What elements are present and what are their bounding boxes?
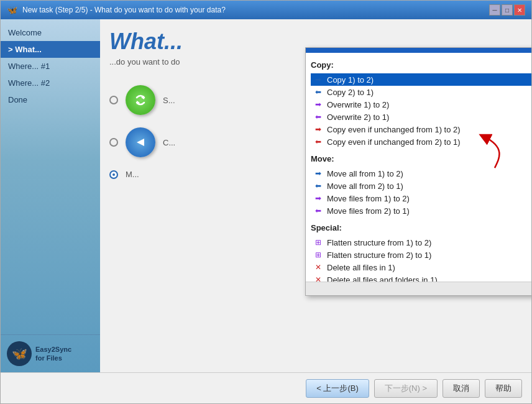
logo-text: Easy2Sync for Files <box>35 345 71 363</box>
dropdown-item-overwrite-1-2[interactable]: ➡ Overwrite 1) to 2) <box>311 98 531 111</box>
dropdown-item-flatten-1-2[interactable]: ⊞ Flatten structure from 1) to 2) <box>311 236 531 249</box>
move-files-right-icon: ➡ <box>313 193 323 203</box>
move-files-left-icon: ⬅ <box>313 206 323 216</box>
dropdown-list[interactable]: Copy: ➡ Copy 1) to 2) ⬅ Copy 2) to 1) ➡ … <box>306 53 531 282</box>
dropdown-footer: ▼ <box>306 282 531 295</box>
dropdown-item-flatten-2-1[interactable]: ⊞ Flatten structure from 2) to 1) <box>311 249 531 261</box>
dropdown-header <box>306 48 531 53</box>
sidebar-logo: 🦋 Easy2Sync for Files <box>1 334 100 372</box>
sidebar-item-welcome[interactable]: Welcome <box>1 24 100 41</box>
cancel-button[interactable]: 取消 <box>443 379 480 398</box>
section-special-title: Special: <box>311 223 531 232</box>
sidebar-item-where1[interactable]: Where... #1 <box>1 58 100 75</box>
main-content: Welcome What... Where... #1 Where... #2 … <box>1 19 531 372</box>
help-button[interactable]: 帮助 <box>485 379 522 398</box>
sidebar-item-what[interactable]: What... <box>1 41 100 58</box>
radio-sync[interactable] <box>109 96 118 104</box>
dropdown-item-copy-1-2[interactable]: ➡ Copy 1) to 2) <box>311 73 531 86</box>
title-text: New task (Step 2/5) - What do you want t… <box>22 6 226 14</box>
window: 🦋 New task (Step 2/5) - What do you want… <box>0 0 532 404</box>
radio-copy[interactable] <box>109 138 118 147</box>
dropdown-item-move-all-1-2[interactable]: ➡ Move all from 1) to 2) <box>311 167 531 180</box>
app-icon: 🦋 <box>7 5 17 15</box>
overwrite-left-icon: ⬅ <box>313 112 323 122</box>
dropdown-item-move-files-1-2[interactable]: ➡ Move files from 1) to 2) <box>311 192 531 204</box>
dropdown-item-delete-files[interactable]: ✕ Delete all files in 1) <box>311 261 531 273</box>
dropdown-item-overwrite-2-1[interactable]: ⬅ Overwrite 2) to 1) <box>311 111 531 123</box>
copy-even-right-icon: ➡ <box>313 124 323 134</box>
dropdown-item-copy-even-1-2[interactable]: ➡ Copy even if unchanged from 1) to 2) <box>311 123 531 135</box>
sidebar-item-done[interactable]: Done <box>1 91 100 108</box>
radio-copy-label: C... <box>163 138 175 147</box>
dropdown-content: Copy: ➡ Copy 1) to 2) ⬅ Copy 2) to 1) ➡ … <box>306 53 531 282</box>
title-bar-left: 🦋 New task (Step 2/5) - What do you want… <box>7 5 226 15</box>
logo-circle: 🦋 <box>7 341 32 366</box>
dropdown-overlay: Copy: ➡ Copy 1) to 2) ⬅ Copy 2) to 1) ➡ … <box>305 47 531 296</box>
delete-files-icon: ✕ <box>313 262 323 272</box>
copy-icon <box>126 127 155 157</box>
maximize-button[interactable]: □ <box>502 4 513 16</box>
move-left-icon: ⬅ <box>313 181 323 191</box>
dropdown-item-move-files-2-1[interactable]: ⬅ Move files from 2) to 1) <box>311 204 531 217</box>
section-copy-title: Copy: <box>311 60 531 70</box>
section-move-title: Move: <box>311 154 531 163</box>
flatten-left-icon: ⊞ <box>313 250 323 260</box>
move-right-icon: ➡ <box>313 168 323 178</box>
copy-left-icon: ⬅ <box>313 87 323 97</box>
svg-marker-2 <box>137 139 144 146</box>
dropdown-item-copy-even-2-1[interactable]: ⬅ Copy even if unchanged from 2) to 1) <box>311 135 531 148</box>
sidebar-nav: Welcome What... Where... #1 Where... #2 … <box>1 19 100 334</box>
title-controls: ─ □ ✕ <box>489 4 525 16</box>
back-button[interactable]: < 上一步(B) <box>306 379 369 398</box>
sidebar-item-where2[interactable]: Where... #2 <box>1 75 100 91</box>
radio-move[interactable] <box>109 170 118 179</box>
radio-move-label: M... <box>126 170 139 179</box>
next-button[interactable]: 下一步(N) > <box>374 379 438 398</box>
sync-icon <box>126 85 155 115</box>
copy-even-left-icon: ⬅ <box>313 137 323 147</box>
sidebar: Welcome What... Where... #1 Where... #2 … <box>1 19 100 372</box>
radio-sync-label: S... <box>163 96 175 105</box>
minimize-button[interactable]: ─ <box>489 4 500 16</box>
close-button[interactable]: ✕ <box>514 4 525 16</box>
flatten-right-icon: ⊞ <box>313 237 323 247</box>
title-bar: 🦋 New task (Step 2/5) - What do you want… <box>1 1 531 19</box>
dropdown-item-delete-all[interactable]: ✕ Delete all files and folders in 1) <box>311 273 531 282</box>
delete-all-icon: ✕ <box>313 275 323 282</box>
bottom-bar: < 上一步(B) 下一步(N) > 取消 帮助 <box>1 372 531 403</box>
overwrite-right-icon: ➡ <box>313 99 323 109</box>
dropdown-item-copy-2-1[interactable]: ⬅ Copy 2) to 1) <box>311 86 531 98</box>
copy-right-icon: ➡ <box>313 75 323 85</box>
dropdown-item-move-all-2-1[interactable]: ⬅ Move all from 2) to 1) <box>311 180 531 192</box>
right-area: What... ...do you want to do S... <box>100 19 531 372</box>
